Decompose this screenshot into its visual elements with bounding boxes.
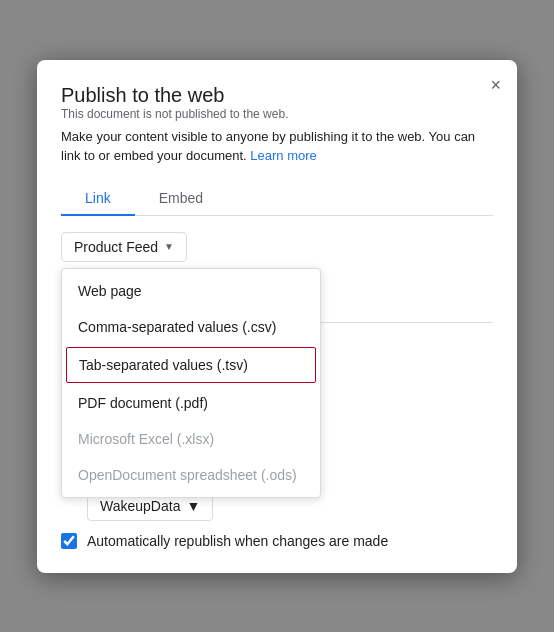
sheet-dropdown[interactable]: Product Feed ▼	[61, 232, 187, 262]
close-button[interactable]: ×	[490, 76, 501, 94]
tab-bar: Link Embed	[61, 182, 493, 216]
publish-dialog: Publish to the web × This document is no…	[37, 60, 517, 573]
status-text: This document is not published to the we…	[61, 107, 493, 121]
learn-more-link[interactable]: Learn more	[250, 148, 316, 163]
format-csv[interactable]: Comma-separated values (.csv)	[62, 309, 320, 345]
controls-row: Product Feed ▼ Publish Web page Comma-se…	[61, 232, 493, 306]
format-webpage[interactable]: Web page	[62, 273, 320, 309]
description-text: Make your content visible to anyone by p…	[61, 127, 493, 166]
tab-link[interactable]: Link	[61, 182, 135, 216]
format-pdf[interactable]: PDF document (.pdf)	[62, 385, 320, 421]
format-ods: OpenDocument spreadsheet (.ods)	[62, 457, 320, 493]
sheet-dropdown-caret: ▼	[164, 241, 174, 252]
wakeup-label: WakeupData	[100, 498, 180, 514]
format-menu: Web page Comma-separated values (.csv) T…	[61, 268, 321, 498]
sheet-dropdown-label: Product Feed	[74, 239, 158, 255]
tab-embed[interactable]: Embed	[135, 182, 227, 216]
format-tsv[interactable]: Tab-separated values (.tsv)	[66, 347, 316, 383]
auto-republish-label: Automatically republish when changes are…	[87, 533, 388, 549]
auto-republish-row: Automatically republish when changes are…	[61, 533, 493, 549]
dialog-title: Publish to the web	[61, 84, 224, 106]
wakeup-caret: ▼	[186, 498, 200, 514]
format-xlsx: Microsoft Excel (.xlsx)	[62, 421, 320, 457]
auto-republish-checkbox[interactable]	[61, 533, 77, 549]
